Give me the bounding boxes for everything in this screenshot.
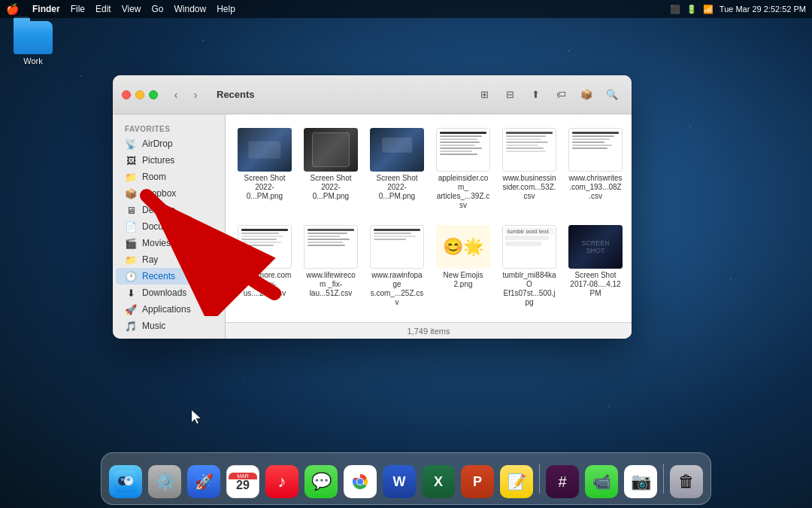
trash-icon: 🗑 — [670, 465, 703, 498]
file-label: appleinsider.com_ articles_...39Z.csv — [436, 174, 490, 210]
file-thumbnail — [436, 128, 490, 172]
back-button[interactable]: ‹ — [167, 87, 185, 103]
sidebar-item-downloads[interactable]: ⬇ Downloads — [116, 284, 222, 301]
file-item[interactable]: www.chriswrites.com_193...08Z.csv — [565, 123, 626, 214]
sidebar-dropbox-label: Dropbox — [142, 188, 176, 199]
menu-edit[interactable]: Edit — [95, 4, 111, 14]
dock-slack[interactable]: # — [544, 464, 580, 500]
sidebar-item-pictures[interactable]: 🖼 Pictures — [116, 152, 222, 169]
file-item[interactable]: 😊🌟 New Emojis 2.png — [433, 221, 493, 312]
file-thumbnail — [238, 128, 292, 172]
sidebar-item-room[interactable]: 📁 Room — [116, 169, 222, 185]
slack-icon: # — [546, 465, 579, 498]
chrome-icon — [344, 465, 377, 498]
search-button[interactable]: 🔍 — [601, 87, 623, 103]
icloud-label: iCloud — [113, 334, 225, 339]
sidebar-applications-label: Applications — [142, 304, 191, 315]
menu-window[interactable]: Window — [174, 4, 207, 14]
dock-facetime[interactable]: 📹 — [583, 464, 620, 500]
sidebar-item-applications[interactable]: 🚀 Applications — [116, 301, 222, 318]
dock-system-preferences[interactable]: ⚙️ — [147, 464, 183, 500]
window-body: Favorites 📡 AirDrop 🖼 Pictures 📁 Room 📦 … — [113, 114, 632, 339]
desktop-work-folder[interactable]: Work — [6, 21, 60, 65]
finder-window: ‹ › Recents ⊞ ⊟ ⬆ 🏷 📦 🔍 Favorites 📡 AirD… — [113, 75, 632, 339]
file-item[interactable]: www.imore.com_ how-us....21Z.csv — [235, 221, 295, 312]
facetime-icon: 📹 — [585, 465, 618, 498]
room-icon: 📁 — [125, 171, 137, 183]
dock-trash[interactable]: 🗑 — [668, 464, 704, 500]
share-button[interactable]: ⬆ — [525, 87, 546, 103]
maximize-button[interactable] — [149, 90, 158, 99]
minimize-button[interactable] — [135, 90, 144, 99]
apple-menu[interactable]: 🍎 — [6, 3, 19, 15]
sidebar-item-movies[interactable]: 🎬 Movies — [116, 235, 222, 251]
menubar: 🍎 Finder File Edit View Go Window Help ⬛… — [0, 0, 812, 18]
sidebar-recents-label: Recents — [142, 271, 175, 281]
dock-chrome[interactable] — [342, 464, 378, 500]
file-label: Screen Shot 2017-08....4.12 PM — [568, 271, 623, 298]
sidebar-item-music[interactable]: 🎵 Music — [116, 318, 222, 334]
toolbar-right: ⊞ ⊟ ⬆ 🏷 📦 🔍 — [474, 87, 623, 103]
launchpad-icon: 🚀 — [187, 465, 220, 498]
menu-view[interactable]: View — [122, 4, 141, 14]
dropbox-button[interactable]: 📦 — [576, 87, 597, 103]
sidebar-item-documents[interactable]: 📄 Documents — [116, 218, 222, 235]
wifi-status: 📶 — [703, 5, 714, 14]
file-item[interactable]: SCREENSHOT Screen Shot 2017-08....4.12 P… — [565, 221, 626, 312]
desktop-icon-sidebar: 🖥 — [125, 204, 137, 216]
file-item[interactable]: appleinsider.com_ articles_...39Z.csv — [433, 123, 493, 214]
dock-calendar[interactable]: MAR 29 — [225, 464, 261, 500]
file-item[interactable]: www.lifewirecom _fix-lau...51Z.csv — [301, 221, 361, 312]
dock-excel[interactable]: X — [420, 464, 456, 500]
music-icon: 🎵 — [125, 320, 137, 332]
forward-button[interactable]: › — [186, 87, 205, 103]
sidebar-room-label: Room — [142, 172, 166, 182]
file-item[interactable]: Screen Shot 2022-0...PM.png — [235, 123, 295, 214]
excel-icon: X — [422, 465, 455, 498]
file-item[interactable]: tumblr post text tumblr_mi884kaO Ef1s07s… — [499, 221, 559, 312]
dock-messages[interactable]: 💬 — [303, 464, 339, 500]
sidebar-pictures-label: Pictures — [142, 155, 174, 166]
window-title: Recents — [217, 89, 255, 100]
dock-powerpoint[interactable]: P — [459, 464, 495, 500]
file-thumbnail — [370, 128, 424, 172]
view-toggle-icon[interactable]: ⊞ — [474, 87, 495, 103]
dock-music[interactable]: ♪ — [264, 464, 300, 500]
applications-icon: 🚀 — [125, 303, 137, 315]
dock-notes[interactable]: 📝 — [498, 464, 535, 500]
music-app-icon: ♪ — [265, 465, 298, 498]
ray-icon: 📁 — [125, 254, 137, 266]
sidebar-item-airdrop[interactable]: 📡 AirDrop — [116, 135, 222, 152]
menu-file[interactable]: File — [71, 4, 85, 14]
file-item[interactable]: www.rawinfopage s.com_...25Z.csv — [367, 221, 427, 312]
dock-word[interactable]: W — [381, 464, 417, 500]
dock-launchpad[interactable]: 🚀 — [186, 464, 222, 500]
dock-separator-2 — [663, 464, 664, 494]
sidebar-item-dropbox[interactable]: 📦 Dropbox — [116, 185, 222, 202]
close-button[interactable] — [122, 90, 131, 99]
file-label: Screen Shot 2022-0...PM.png — [238, 174, 292, 201]
desktop: 🍎 Finder File Edit View Go Window Help ⬛… — [0, 0, 812, 508]
datetime: Tue Mar 29 2:52:52 PM — [720, 5, 806, 14]
sidebar-item-desktop[interactable]: 🖥 Desktop — [116, 202, 222, 218]
menu-app-name[interactable]: Finder — [32, 4, 60, 14]
file-item[interactable]: Screen Shot 2022-0...PM.png — [367, 123, 427, 214]
file-item[interactable]: Screen Shot 2022-0...PM.png — [301, 123, 361, 214]
sidebar-item-ray[interactable]: 📁 Ray — [116, 251, 222, 268]
tag-button[interactable]: 🏷 — [550, 87, 571, 103]
sidebar-item-recents[interactable]: 🕐 Recents — [116, 268, 222, 284]
menubar-right: ⬛ 🔋 📶 Tue Mar 29 2:52:52 PM — [670, 5, 806, 14]
menu-go[interactable]: Go — [152, 4, 164, 14]
file-label: Screen Shot 2022-0...PM.png — [370, 174, 424, 201]
dock-photos[interactable]: 📷 — [623, 464, 659, 500]
messages-icon: 💬 — [304, 465, 338, 498]
dock-finder[interactable] — [108, 464, 144, 500]
menu-help[interactable]: Help — [217, 4, 235, 14]
dropbox-status: ⬛ — [670, 5, 680, 14]
file-label: www.rawinfopage s.com_...25Z.csv — [370, 271, 424, 307]
file-item[interactable]: www.businessinsider.com...53Z.csv — [499, 123, 559, 214]
file-thumbnail — [568, 128, 623, 172]
file-thumbnail: SCREENSHOT — [568, 225, 623, 269]
photos-icon: 📷 — [624, 465, 657, 498]
view-options-button[interactable]: ⊟ — [499, 87, 520, 103]
